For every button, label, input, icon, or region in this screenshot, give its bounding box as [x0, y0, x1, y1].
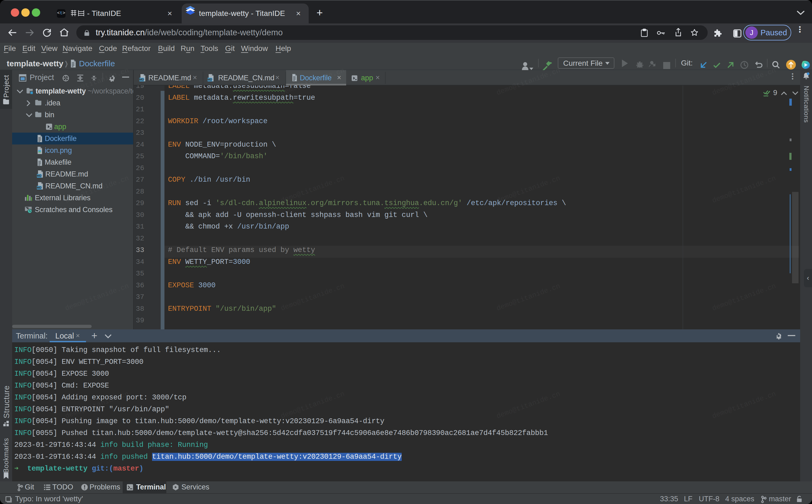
- svg-text:MD: MD: [139, 78, 144, 81]
- svg-text:MD: MD: [208, 78, 212, 81]
- svg-text:MD: MD: [37, 174, 42, 177]
- svg-text:<''>: <''>: [188, 7, 193, 10]
- svg-text:MD: MD: [37, 186, 42, 189]
